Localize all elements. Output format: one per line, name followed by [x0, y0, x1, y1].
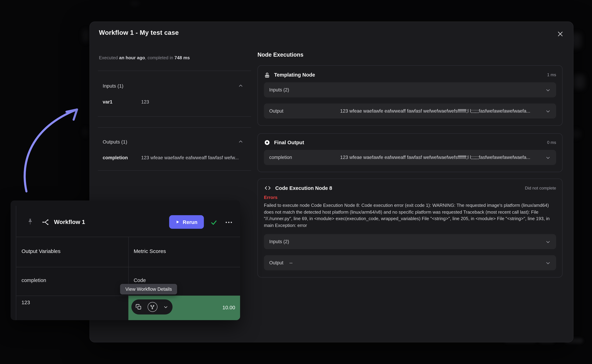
executed-prefix: Executed — [99, 55, 119, 60]
score-value: 10.00 — [222, 305, 235, 310]
node-status: Did not complete — [525, 186, 556, 190]
table-border — [16, 237, 240, 237]
node-card-final-output: Final Output 0 ms completion 123 wfeae w… — [258, 133, 563, 172]
chevron-down-icon — [545, 155, 551, 160]
fork-icon[interactable] — [147, 302, 157, 312]
output-row-label: Output — [269, 260, 283, 265]
copy-icon[interactable] — [136, 304, 142, 310]
table-border — [16, 267, 240, 267]
chevron-down-icon[interactable] — [163, 304, 168, 309]
background-blur-artifact — [83, 29, 88, 42]
executed-completed-in: , completed in — [145, 55, 175, 60]
completion-row-label: completion — [269, 155, 340, 160]
outputs-section-header[interactable]: Outputs (1) — [98, 136, 251, 147]
chevron-up-icon — [238, 83, 243, 88]
node-card-templating: Templating Node 1 ms Inputs (2) Output 1… — [258, 65, 563, 126]
metric-name-cell: Code — [134, 278, 146, 283]
output-collapsed-row[interactable]: Output 123 wfeae waefawfe eafwweaff fawf… — [264, 104, 556, 118]
final-output-icon — [264, 139, 270, 146]
close-x-glyph — [557, 31, 564, 37]
executed-duration: 748 ms — [175, 55, 190, 60]
node-card-header: Code Execution Node 8 Did not complete — [264, 183, 556, 193]
inputs-section-label: Inputs (1) — [103, 83, 124, 88]
score-actions-pill — [131, 299, 172, 314]
workflow-title: Workflow 1 — [54, 219, 85, 225]
metric-score-cell: 10.00 — [128, 296, 240, 320]
execution-summary: Executed an hour ago, completed in 748 m… — [99, 55, 190, 60]
divider — [98, 170, 251, 171]
node-duration: 1 ms — [547, 72, 556, 77]
input-value: 123 — [141, 99, 149, 104]
node-executions-heading: Node Executions — [258, 52, 304, 58]
rerun-button[interactable]: Rerun — [169, 215, 204, 229]
output-row: completion 123 wfeae waefawfe eafwweaff … — [103, 155, 250, 161]
error-message: Failed to execute node Code Execution No… — [264, 202, 556, 229]
background-blur-artifact — [130, 2, 140, 6]
code-icon — [264, 185, 271, 191]
column-header-metric-scores: Metric Scores — [134, 248, 166, 254]
chevron-down-icon — [545, 87, 551, 93]
variable-name-cell: completion — [21, 278, 46, 283]
output-key: completion — [103, 155, 141, 161]
annotation-arrow — [15, 98, 91, 200]
output-value: 123 wfeae waefawfe eafwweaff fawfasf wef… — [141, 155, 239, 161]
pin-icon[interactable] — [26, 217, 34, 228]
inputs-row-label: Inputs (2) — [269, 87, 289, 92]
background-blur-artifact — [573, 75, 585, 89]
output-collapsed-row[interactable]: Output -- — [264, 255, 556, 270]
completion-row-value: 123 wfeae waefawfe eafwweaff fawfasf wef… — [340, 155, 541, 160]
chevron-down-icon — [545, 239, 551, 244]
success-check-icon — [210, 219, 217, 228]
input-key: var1 — [103, 99, 141, 104]
errors-label: Errors — [264, 195, 556, 200]
column-header-output-variables: Output Variables — [21, 248, 60, 254]
divider — [98, 127, 251, 128]
play-icon — [176, 220, 180, 224]
node-card-title: Templating Node — [274, 72, 315, 78]
output-value-cell: 123 — [21, 300, 30, 306]
chevron-up-icon — [238, 139, 243, 144]
node-card-code-execution: Code Execution Node 8 Did not complete E… — [258, 178, 563, 278]
node-duration: 0 ms — [547, 140, 556, 145]
inputs-collapsed-row[interactable]: Inputs (2) — [264, 82, 556, 98]
workflow-results-card: Workflow 1 Rerun Output Variables Metric… — [11, 201, 240, 320]
templating-node-icon — [264, 72, 270, 78]
output-row-value: 123 wfeae waefawfe eafwweaff fawfasf wef… — [340, 108, 541, 114]
table-border — [16, 206, 16, 320]
input-row: var1 123 — [103, 99, 250, 104]
modal-title: Workflow 1 - My test case — [99, 29, 179, 37]
output-row-label: Output — [269, 108, 340, 114]
chevron-down-icon — [545, 108, 551, 114]
node-card-header: Final Output 0 ms — [264, 138, 556, 147]
chevron-down-icon — [545, 260, 551, 266]
output-row-value: -- — [289, 260, 293, 265]
inputs-section-header[interactable]: Inputs (1) — [98, 80, 251, 91]
view-workflow-details-tooltip: View Workflow Details — [120, 284, 177, 294]
completion-collapsed-row[interactable]: completion 123 wfeae waefawfe eafwweaff … — [264, 150, 556, 165]
divider — [98, 71, 251, 71]
executed-time-ago: an hour ago — [119, 55, 145, 60]
more-options-icon[interactable] — [224, 219, 234, 227]
node-card-title: Final Output — [274, 140, 304, 145]
node-card-title: Code Execution Node 8 — [275, 185, 332, 191]
divider — [98, 116, 251, 117]
outputs-section-label: Outputs (1) — [103, 139, 127, 144]
rerun-label: Rerun — [183, 219, 197, 225]
inputs-collapsed-row[interactable]: Inputs (2) — [264, 234, 556, 249]
workflow-split-icon — [42, 218, 50, 228]
inputs-row-label: Inputs (2) — [269, 239, 289, 244]
node-card-header: Templating Node 1 ms — [264, 70, 556, 79]
screenshot-root: Workflow 1 - My test case Executed an ho… — [0, 0, 592, 364]
close-icon[interactable] — [556, 29, 565, 39]
